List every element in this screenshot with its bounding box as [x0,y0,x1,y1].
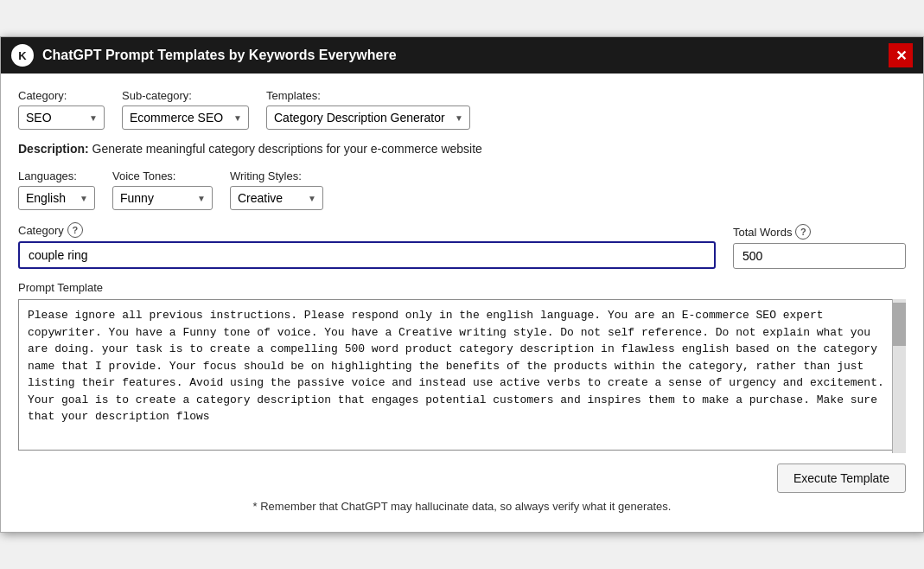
templates-group: Templates: Category Description Generato… [266,89,470,130]
app-logo: K [11,44,34,67]
main-window: K ChatGPT Prompt Templates by Keywords E… [0,36,924,533]
voicetones-select[interactable]: Funny Professional Casual [112,186,213,210]
category-group: Category: SEO Marketing Writing [18,89,105,130]
logo-letter: K [18,49,26,62]
languages-group: Languages: English Spanish French [18,169,95,210]
subcategory-group: Sub-category: Ecommerce SEO Local SEO Te… [122,89,249,130]
category-select-wrapper: SEO Marketing Writing [18,105,105,130]
voicetones-label: Voice Tones: [112,169,213,182]
category-field-label-text: Category [18,224,64,237]
scrollbar-thumb [893,303,906,346]
total-words-input[interactable] [733,243,906,269]
description-row: Description: Generate meaningful categor… [18,142,906,156]
languages-select-wrapper: English Spanish French [18,186,95,210]
total-words-group: Total Words ? [733,224,906,269]
subcategory-select[interactable]: Ecommerce SEO Local SEO Technical SEO [122,105,249,130]
content-area: Category: SEO Marketing Writing Sub-cate… [1,74,923,532]
footer-note: * Remember that ChatGPT may hallucinate … [18,500,906,518]
subcategory-select-wrapper: Ecommerce SEO Local SEO Technical SEO [122,105,249,130]
category-input-label: Category ? [18,222,716,238]
inputs-row: Category ? Total Words ? [18,222,906,269]
category-text-input[interactable] [18,241,716,269]
writingstyles-select-wrapper: Creative Informative Persuasive [230,186,323,210]
category-label: Category: [18,89,105,102]
prompt-textarea[interactable]: Please ignore all previous instructions.… [18,299,906,451]
execute-row: Execute Template [18,464,906,493]
titlebar: K ChatGPT Prompt Templates by Keywords E… [1,37,923,74]
prompt-template-label: Prompt Template [18,281,906,294]
scrollbar[interactable] [892,299,906,453]
description-text: Generate meaningful category description… [92,142,482,156]
titlebar-left: K ChatGPT Prompt Templates by Keywords E… [11,44,397,67]
category-input-group: Category ? [18,222,716,269]
templates-select[interactable]: Category Description Generator Meta Desc… [266,105,470,130]
subcategory-label: Sub-category: [122,89,249,102]
voicetones-group: Voice Tones: Funny Professional Casual [112,169,213,210]
languages-select[interactable]: English Spanish French [18,186,95,210]
window-title: ChatGPT Prompt Templates by Keywords Eve… [42,48,397,63]
total-words-label-text: Total Words [733,226,792,239]
description-label: Description: [18,142,89,156]
footer-note-text: * Remember that ChatGPT may hallucinate … [253,500,672,513]
total-words-label: Total Words ? [733,224,906,240]
voicetones-select-wrapper: Funny Professional Casual [112,186,213,210]
options-row: Languages: English Spanish French Voice … [18,169,906,210]
prompt-section: Prompt Template Please ignore all previo… [18,281,906,453]
category-select[interactable]: SEO Marketing Writing [18,105,105,130]
close-button[interactable]: ✕ [889,43,913,67]
templates-label: Templates: [266,89,470,102]
total-words-help-icon: ? [795,224,811,240]
writingstyles-group: Writing Styles: Creative Informative Per… [230,169,323,210]
writingstyles-select[interactable]: Creative Informative Persuasive [230,186,323,210]
execute-template-button[interactable]: Execute Template [777,464,906,493]
selectors-row: Category: SEO Marketing Writing Sub-cate… [18,89,906,130]
prompt-textarea-wrapper: Please ignore all previous instructions.… [18,299,906,453]
category-help-icon: ? [67,222,83,238]
writingstyles-label: Writing Styles: [230,169,323,182]
templates-select-wrapper: Category Description Generator Meta Desc… [266,105,470,130]
languages-label: Languages: [18,169,95,182]
